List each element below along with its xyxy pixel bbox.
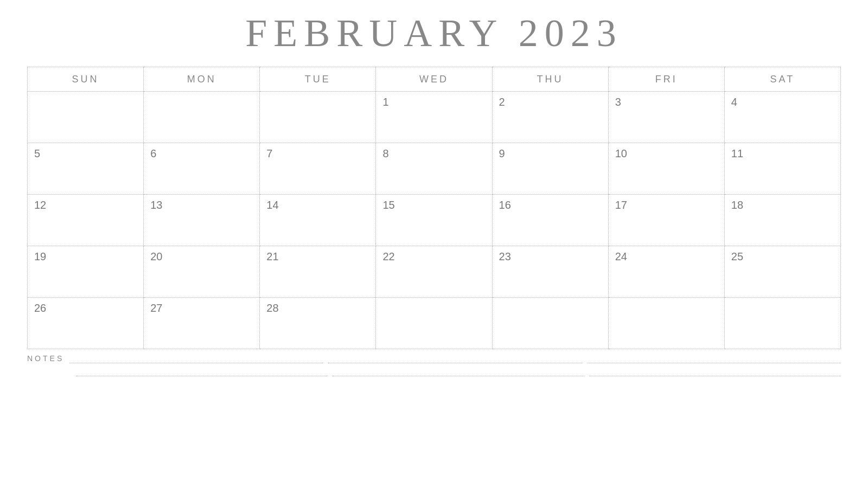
day-number: 16 bbox=[499, 199, 511, 211]
calendar-cell: 5 bbox=[28, 143, 144, 195]
calendar-cell: 16 bbox=[492, 195, 608, 246]
weekday-header-row: SUNMONTUEWEDTHUFRISAT bbox=[28, 67, 841, 92]
notes-row-1: NOTES bbox=[27, 354, 841, 363]
notes-line-1a bbox=[69, 354, 323, 363]
day-number: 7 bbox=[266, 147, 272, 159]
weekday-header-mon: MON bbox=[144, 67, 260, 92]
calendar-cell: 8 bbox=[376, 143, 492, 195]
day-number: 8 bbox=[382, 147, 388, 159]
notes-line-2c bbox=[590, 367, 841, 376]
calendar-cell: 22 bbox=[376, 246, 492, 298]
day-number: 9 bbox=[499, 147, 505, 159]
day-number: 28 bbox=[266, 302, 278, 314]
calendar-cell: 19 bbox=[28, 246, 144, 298]
calendar-cell: 24 bbox=[608, 246, 724, 298]
weekday-header-sat: SAT bbox=[724, 67, 840, 92]
calendar-cell: 6 bbox=[144, 143, 260, 195]
calendar-cell: 25 bbox=[724, 246, 840, 298]
calendar-grid: SUNMONTUEWEDTHUFRISAT 123456789101112131… bbox=[27, 67, 841, 349]
calendar-cell: 26 bbox=[28, 298, 144, 349]
calendar-cell bbox=[724, 298, 840, 349]
calendar-cell bbox=[144, 92, 260, 143]
day-number: 25 bbox=[731, 251, 743, 262]
day-number: 17 bbox=[615, 199, 627, 211]
calendar-cell bbox=[28, 92, 144, 143]
day-number: 23 bbox=[499, 251, 511, 262]
day-number: 4 bbox=[731, 96, 737, 108]
day-number: 26 bbox=[34, 302, 46, 314]
calendar-cell: 11 bbox=[724, 143, 840, 195]
week-row-3: 19202122232425 bbox=[28, 246, 841, 298]
weekday-header-thu: THU bbox=[492, 67, 608, 92]
calendar-cell bbox=[608, 298, 724, 349]
calendar-cell bbox=[260, 92, 376, 143]
week-row-2: 12131415161718 bbox=[28, 195, 841, 246]
weekday-header-tue: TUE bbox=[260, 67, 376, 92]
calendar-cell: 17 bbox=[608, 195, 724, 246]
day-number: 15 bbox=[382, 199, 394, 211]
week-row-4: 262728 bbox=[28, 298, 841, 349]
day-number: 22 bbox=[382, 251, 394, 262]
day-number: 3 bbox=[615, 96, 621, 108]
calendar-cell: 2 bbox=[492, 92, 608, 143]
calendar-cell bbox=[492, 298, 608, 349]
day-number: 13 bbox=[150, 199, 162, 211]
day-number: 14 bbox=[266, 199, 278, 211]
calendar-cell: 3 bbox=[608, 92, 724, 143]
calendar-body: 1234567891011121314151617181920212223242… bbox=[28, 92, 841, 349]
notes-row-2 bbox=[27, 367, 841, 376]
day-number: 12 bbox=[34, 199, 46, 211]
day-number: 6 bbox=[150, 147, 156, 159]
week-row-0: 1234 bbox=[28, 92, 841, 143]
day-number: 21 bbox=[266, 251, 278, 262]
calendar-cell: 18 bbox=[724, 195, 840, 246]
notes-line-1c bbox=[588, 354, 841, 363]
day-number: 20 bbox=[150, 251, 162, 262]
weekday-header-fri: FRI bbox=[608, 67, 724, 92]
notes-section: NOTES bbox=[27, 354, 841, 376]
calendar-cell: 28 bbox=[260, 298, 376, 349]
notes-line-2a bbox=[76, 367, 327, 376]
day-number: 18 bbox=[731, 199, 743, 211]
notes-line-2b bbox=[333, 367, 584, 376]
calendar-cell: 15 bbox=[376, 195, 492, 246]
day-number: 5 bbox=[34, 147, 40, 159]
day-number: 19 bbox=[34, 251, 46, 262]
calendar-cell: 14 bbox=[260, 195, 376, 246]
weekday-header-wed: WED bbox=[376, 67, 492, 92]
calendar-cell: 9 bbox=[492, 143, 608, 195]
day-number: 27 bbox=[150, 302, 162, 314]
calendar-cell: 7 bbox=[260, 143, 376, 195]
day-number: 2 bbox=[499, 96, 505, 108]
weekday-header-sun: SUN bbox=[28, 67, 144, 92]
calendar-cell: 1 bbox=[376, 92, 492, 143]
calendar-cell: 13 bbox=[144, 195, 260, 246]
calendar-cell: 4 bbox=[724, 92, 840, 143]
calendar-cell: 27 bbox=[144, 298, 260, 349]
day-number: 10 bbox=[615, 147, 627, 159]
calendar-container: FEBRUARY 2023 SUNMONTUEWEDTHUFRISAT 1234… bbox=[27, 0, 841, 376]
calendar-cell: 20 bbox=[144, 246, 260, 298]
notes-label: NOTES bbox=[27, 354, 64, 363]
calendar-cell bbox=[376, 298, 492, 349]
calendar-cell: 21 bbox=[260, 246, 376, 298]
calendar-cell: 12 bbox=[28, 195, 144, 246]
day-number: 24 bbox=[615, 251, 627, 262]
week-row-1: 567891011 bbox=[28, 143, 841, 195]
day-number: 11 bbox=[731, 147, 743, 159]
calendar-cell: 23 bbox=[492, 246, 608, 298]
calendar-title: FEBRUARY 2023 bbox=[27, 11, 841, 56]
calendar-cell: 10 bbox=[608, 143, 724, 195]
notes-line-1b bbox=[328, 354, 582, 363]
day-number: 1 bbox=[382, 96, 388, 108]
